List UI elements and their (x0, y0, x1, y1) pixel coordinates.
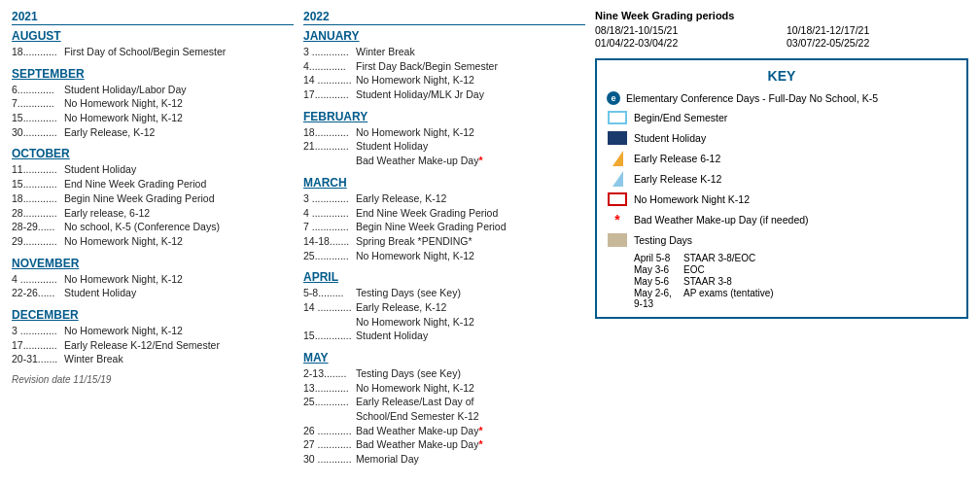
event-desc: Early Release K-12/End Semester (64, 338, 220, 353)
student-holiday-icon (607, 130, 628, 146)
list-item: 3 ............. No Homework Night, K-12 (12, 324, 294, 338)
event-desc: Student Holiday (356, 329, 428, 343)
list-item: 15............ End Nine Week Grading Per… (12, 177, 294, 191)
key-label-elementary: Elementary Conference Days - Full-Day No… (626, 92, 878, 104)
list-item: Bad Weather Make-up Day* (303, 154, 585, 168)
december-title: DECEMBER (12, 308, 294, 322)
december-section: DECEMBER 3 ............. No Homework Nig… (12, 308, 294, 366)
event-desc: No Homework Night, K-12 (64, 324, 183, 338)
event-date: 6............. (12, 83, 62, 97)
event-desc: No Homework Night, K-12 (64, 111, 183, 125)
testing-date-3: May 5-6 (634, 276, 682, 287)
key-label-student-holiday: Student Holiday (634, 132, 706, 144)
key-item-student-holiday: Student Holiday (607, 130, 957, 146)
event-desc: Begin Nine Week Grading Period (64, 191, 214, 206)
event-date (303, 409, 354, 424)
event-desc: Student Holiday (356, 139, 428, 154)
event-desc: Early Release, K-12 (64, 125, 155, 140)
key-label-testing: Testing Days (634, 234, 692, 246)
period-2: 10/18/21-12/17/21 (787, 24, 968, 36)
event-desc: No Homework Night, K-12 (64, 272, 183, 287)
event-date: 18............ (303, 125, 354, 140)
nine-week-title: Nine Week Grading periods (595, 10, 968, 21)
event-date: 15............ (12, 111, 62, 125)
event-date: 18............ (12, 191, 62, 206)
key-item-early-release-k12: Early Release K-12 (607, 171, 957, 187)
event-date: 7............. (12, 96, 62, 111)
event-desc: First Day of School/Begin Semester (64, 45, 226, 59)
testing-desc-4: AP exams (tentative) (683, 288, 957, 309)
list-item: 14-18....... Spring Break *PENDING* (303, 234, 585, 249)
event-date: 3 ............. (12, 324, 62, 338)
event-date: 14-18....... (303, 234, 354, 249)
event-date: 4 ............. (303, 206, 354, 221)
list-item: 18............ No Homework Night, K-12 (303, 125, 585, 140)
event-date: 26 ............ (303, 424, 354, 438)
list-item: 7 ............. Begin Nine Week Grading … (303, 220, 585, 234)
event-desc: Student Holiday/Labor Day (64, 83, 187, 97)
list-item: 25............ No Homework Night, K-12 (303, 249, 585, 263)
event-date: 30............ (12, 125, 62, 140)
left-header: 2021 (12, 10, 294, 25)
period-3: 01/04/22-03/04/22 (595, 37, 777, 49)
event-desc: No school, K-5 (Conference Days) (64, 220, 220, 234)
february-title: FEBRUARY (303, 110, 585, 123)
year-2021-label: 2021 (12, 10, 38, 23)
event-desc: Early release, 6-12 (64, 206, 150, 221)
event-date: 29............ (12, 234, 62, 249)
march-title: MARCH (303, 176, 585, 190)
event-desc: Spring Break *PENDING* (356, 234, 472, 249)
list-item: 13............ No Homework Night, K-12 (303, 381, 585, 396)
april-section: APRIL 5-8......... Testing Days (see Key… (303, 270, 585, 343)
event-desc: No Homework Night, K-12 (64, 96, 183, 111)
event-date: 22-26...... (12, 286, 62, 300)
event-desc: Bad Weather Make-up Day* (356, 154, 483, 168)
list-item: 26 ............ Bad Weather Make-up Day* (303, 424, 585, 438)
october-title: OCTOBER (12, 147, 294, 160)
key-title: KEY (607, 68, 957, 84)
key-item-no-homework: No Homework Night K-12 (607, 191, 957, 207)
february-section: FEBRUARY 18............ No Homework Nigh… (303, 110, 585, 168)
september-title: SEPTEMBER (12, 67, 294, 81)
event-date: 25............ (303, 395, 354, 409)
early-release-612-icon (607, 151, 628, 166)
list-item: 17............ Early Release K-12/End Se… (12, 338, 294, 353)
event-desc: No Homework Night, K-12 (356, 315, 474, 330)
list-item: 5-8......... Testing Days (see Key) (303, 286, 585, 300)
event-date: 14 ............ (303, 300, 354, 315)
period-1: 08/18/21-10/15/21 (595, 24, 777, 36)
event-date: 25............ (303, 249, 354, 263)
event-desc: Student Holiday (64, 286, 136, 300)
list-item: 15............. Student Holiday (303, 329, 585, 343)
list-item: 20-31....... Winter Break (12, 352, 294, 366)
list-item: 28............ Early release, 6-12 (12, 206, 294, 221)
january-title: JANUARY (303, 29, 585, 43)
may-section: MAY 2-13........ Testing Days (see Key) … (303, 351, 585, 467)
key-item-elementary: e Elementary Conference Days - Full-Day … (607, 91, 957, 105)
list-item: 29............ No Homework Night, K-12 (12, 234, 294, 249)
event-desc: Early Release, K-12 (356, 300, 446, 315)
event-date: 17............ (303, 87, 354, 102)
october-section: OCTOBER 11............ Student Holiday 1… (12, 147, 294, 248)
left-column: 2021 AUGUST 18............ First Day of … (12, 10, 294, 476)
list-item: School/End Semester K-12 (303, 409, 585, 424)
testing-date-2: May 3-6 (634, 264, 682, 275)
event-date: 11............ (12, 162, 62, 177)
event-desc: Bad Weather Make-up Day* (356, 437, 483, 452)
list-item: 17............ Student Holiday/MLK Jr Da… (303, 87, 585, 102)
list-item: 22-26...... Student Holiday (12, 286, 294, 300)
august-title: AUGUST (12, 29, 294, 43)
event-desc: Early Release, K-12 (356, 191, 446, 206)
list-item: 30 ............ Memorial Day (303, 452, 585, 467)
period-4: 03/07/22-05/25/22 (787, 37, 968, 49)
event-desc: No Homework Night, K-12 (64, 234, 183, 249)
november-title: NOVEMBER (12, 257, 294, 270)
event-date: 14 ............ (303, 73, 354, 87)
list-item: 30............ Early Release, K-12 (12, 125, 294, 140)
event-date: 20-31....... (12, 352, 62, 366)
event-date: 3 ............. (303, 45, 354, 59)
event-date (303, 315, 354, 330)
list-item: 18............ First Day of School/Begin… (12, 45, 294, 59)
key-item-early-release-612: Early Release 6-12 (607, 151, 957, 166)
event-desc: Testing Days (see Key) (356, 366, 461, 381)
